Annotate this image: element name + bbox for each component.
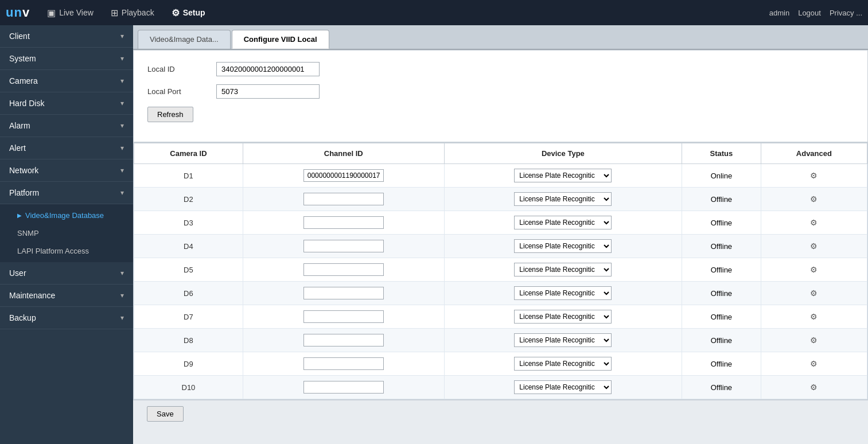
sidebar-item-camera[interactable]: Camera ▾ xyxy=(0,70,133,92)
cell-camera-id: D5 xyxy=(134,258,243,282)
cell-status: Offline xyxy=(682,211,761,235)
local-id-row: Local ID xyxy=(147,62,854,76)
local-port-row: Local Port xyxy=(147,84,854,99)
local-id-input[interactable] xyxy=(216,62,320,76)
table-row: D8License Plate RecogniticOffline⚙ xyxy=(134,329,867,352)
device-type-select[interactable]: License Plate Recognitic xyxy=(514,192,612,206)
chevron-down-icon: ▾ xyxy=(120,291,124,299)
nav-playback[interactable]: ⊞ Playback xyxy=(111,7,154,18)
channel-id-input[interactable] xyxy=(303,381,384,394)
cell-device-type: License Plate Recognitic xyxy=(444,376,682,399)
cell-device-type: License Plate Recognitic xyxy=(444,188,682,211)
nav-setup[interactable]: ⚙ Setup xyxy=(172,7,205,18)
local-port-input[interactable] xyxy=(216,84,320,99)
privacy-link[interactable]: Privacy ... xyxy=(830,9,862,17)
cell-advanced: ⚙ xyxy=(761,352,867,376)
col-advanced: Advanced xyxy=(761,143,867,164)
col-device-type: Device Type xyxy=(444,143,682,164)
save-button[interactable]: Save xyxy=(147,406,184,422)
channel-id-input[interactable] xyxy=(303,310,384,323)
device-type-select[interactable]: License Plate Recognitic xyxy=(514,169,612,182)
channel-id-input[interactable] xyxy=(303,357,384,370)
device-type-select[interactable]: License Plate Recognitic xyxy=(514,333,612,347)
platform-submenu: ▶ Video&Image Database SNMP LAPI Platfor… xyxy=(0,204,133,262)
nav-live-view[interactable]: ▣ Live View xyxy=(47,7,94,18)
cell-advanced: ⚙ xyxy=(761,235,867,258)
local-port-label: Local Port xyxy=(147,87,216,96)
cell-device-type: License Plate Recognitic xyxy=(444,235,682,258)
chevron-down-icon: ▾ xyxy=(120,189,124,197)
device-type-select[interactable]: License Plate Recognitic xyxy=(514,216,612,229)
channel-id-input[interactable] xyxy=(303,334,384,346)
device-type-select[interactable]: License Plate Recognitic xyxy=(514,357,612,371)
cell-status: Online xyxy=(682,164,761,188)
local-id-label: Local ID xyxy=(147,65,216,73)
settings-gear-icon[interactable]: ⚙ xyxy=(810,359,818,368)
device-type-select[interactable]: License Plate Recognitic xyxy=(514,310,612,324)
cell-device-type: License Plate Recognitic xyxy=(444,258,682,282)
col-status: Status xyxy=(682,143,761,164)
save-bar: Save xyxy=(133,400,868,427)
sidebar-item-alert[interactable]: Alert ▾ xyxy=(0,137,133,159)
cell-channel-id xyxy=(243,211,444,235)
settings-gear-icon[interactable]: ⚙ xyxy=(810,242,818,251)
cell-camera-id: D4 xyxy=(134,235,243,258)
sidebar-item-maintenance[interactable]: Maintenance ▾ xyxy=(0,285,133,307)
cell-camera-id: D8 xyxy=(134,329,243,352)
device-type-select[interactable]: License Plate Recognitic xyxy=(514,239,612,253)
refresh-button[interactable]: Refresh xyxy=(147,107,193,122)
chevron-down-icon: ▾ xyxy=(120,314,124,322)
cell-device-type: License Plate Recognitic xyxy=(444,211,682,235)
sidebar-sub-item-video-image-db[interactable]: ▶ Video&Image Database xyxy=(0,207,133,224)
table-row: D3License Plate RecogniticOffline⚙ xyxy=(134,211,867,235)
device-type-select[interactable]: License Plate Recognitic xyxy=(514,263,612,276)
sidebar-item-network[interactable]: Network ▾ xyxy=(0,159,133,182)
col-camera-id: Camera ID xyxy=(134,143,243,164)
sidebar-item-user[interactable]: User ▾ xyxy=(0,262,133,285)
settings-gear-icon[interactable]: ⚙ xyxy=(810,265,818,274)
table-row: D6License Plate RecogniticOffline⚙ xyxy=(134,282,867,305)
sidebar-item-backup[interactable]: Backup ▾ xyxy=(0,307,133,329)
cell-camera-id: D10 xyxy=(134,376,243,399)
sidebar-item-system[interactable]: System ▾ xyxy=(0,48,133,70)
channel-id-input[interactable] xyxy=(303,263,384,276)
settings-gear-icon[interactable]: ⚙ xyxy=(810,171,818,180)
settings-gear-icon[interactable]: ⚙ xyxy=(810,194,818,204)
chevron-down-icon: ▾ xyxy=(120,122,124,130)
table-row: D9License Plate RecogniticOffline⚙ xyxy=(134,352,867,376)
channel-id-input[interactable] xyxy=(303,216,384,229)
settings-gear-icon[interactable]: ⚙ xyxy=(810,289,818,298)
settings-gear-icon[interactable]: ⚙ xyxy=(810,383,818,392)
chevron-down-icon: ▾ xyxy=(120,144,124,152)
sidebar-item-client[interactable]: Client ▾ xyxy=(0,25,133,48)
settings-gear-icon[interactable]: ⚙ xyxy=(810,336,818,345)
cell-advanced: ⚙ xyxy=(761,188,867,211)
cell-status: Offline xyxy=(682,305,761,329)
channel-id-input[interactable] xyxy=(303,169,384,182)
channel-id-input[interactable] xyxy=(303,193,384,205)
cell-device-type: License Plate Recognitic xyxy=(444,282,682,305)
tab-bar: Video&Image Data... Configure VIID Local xyxy=(133,25,868,50)
logout-button[interactable]: Logout xyxy=(798,9,821,17)
cell-device-type: License Plate Recognitic xyxy=(444,164,682,188)
device-type-select[interactable]: License Plate Recognitic xyxy=(514,380,612,394)
channel-id-input[interactable] xyxy=(303,240,384,252)
settings-gear-icon[interactable]: ⚙ xyxy=(810,312,818,321)
cell-device-type: License Plate Recognitic xyxy=(444,329,682,352)
cell-status: Offline xyxy=(682,188,761,211)
cell-channel-id xyxy=(243,305,444,329)
sidebar-item-hard-disk[interactable]: Hard Disk ▾ xyxy=(0,92,133,115)
channel-id-input[interactable] xyxy=(303,287,384,299)
sidebar-item-alarm[interactable]: Alarm ▾ xyxy=(0,115,133,137)
tab-video-image-data[interactable]: Video&Image Data... xyxy=(138,30,231,49)
sidebar-item-platform[interactable]: Platform ▾ xyxy=(0,182,133,204)
sidebar-sub-item-lapi[interactable]: LAPI Platform Access xyxy=(0,242,133,260)
chevron-down-icon: ▾ xyxy=(120,166,124,174)
cell-camera-id: D3 xyxy=(134,211,243,235)
tab-configure-viid-local[interactable]: Configure VIID Local xyxy=(232,30,329,49)
cell-status: Offline xyxy=(682,376,761,399)
sidebar-sub-item-snmp[interactable]: SNMP xyxy=(0,224,133,242)
settings-gear-icon[interactable]: ⚙ xyxy=(810,218,818,227)
content-area: Video&Image Data... Configure VIID Local… xyxy=(133,25,868,444)
device-type-select[interactable]: License Plate Recognitic xyxy=(514,286,612,300)
